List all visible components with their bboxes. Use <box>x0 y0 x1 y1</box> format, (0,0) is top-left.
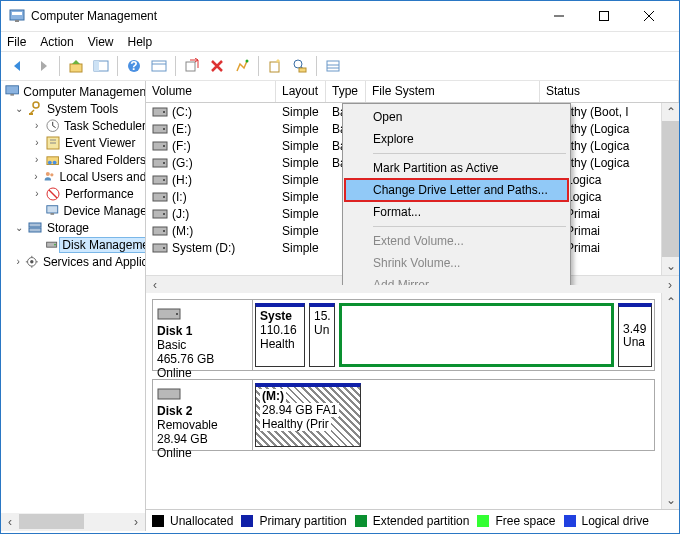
svg-rect-20 <box>327 61 339 71</box>
svg-rect-1 <box>12 12 22 15</box>
tree-storage[interactable]: ⌄Storage <box>3 219 145 236</box>
menu-item[interactable]: Mark Partition as Active <box>345 157 568 179</box>
list-vscroll[interactable]: ⌃⌄ <box>661 103 679 275</box>
tree-services[interactable]: ›Services and Applicati <box>3 253 145 270</box>
menu-item[interactable]: Change Drive Letter and Paths... <box>345 179 568 201</box>
expand-icon[interactable]: › <box>31 137 43 148</box>
volume-list[interactable]: (C:)SimpleBasicNTFSHealthy (Boot, I(E:)S… <box>146 103 661 285</box>
maximize-button[interactable] <box>581 2 626 30</box>
shared-folder-icon <box>45 152 60 168</box>
disk2-header: Disk 2 Removable 28.94 GB Online <box>153 380 253 450</box>
menu-item[interactable]: Open <box>345 106 568 128</box>
services-icon <box>25 254 39 270</box>
volume-name: System (D:) <box>172 241 235 255</box>
tree-disk-management[interactable]: Disk Management <box>3 236 145 253</box>
legend-primary: Primary partition <box>241 514 346 528</box>
clock-icon <box>45 118 60 134</box>
volume-name: (H:) <box>172 173 192 187</box>
col-status[interactable]: Status <box>540 81 679 102</box>
legend-unallocated: Unallocated <box>152 514 233 528</box>
back-button[interactable] <box>7 55 29 77</box>
menu-view[interactable]: View <box>88 35 114 49</box>
col-fs[interactable]: File System <box>366 81 540 102</box>
window-title: Computer Management <box>31 9 536 23</box>
svg-point-42 <box>54 244 56 246</box>
tree-task-scheduler[interactable]: ›Task Scheduler <box>3 117 145 134</box>
find-button[interactable] <box>289 55 311 77</box>
action-button[interactable] <box>231 55 253 77</box>
collapse-icon[interactable]: ⌄ <box>13 103 25 114</box>
menu-item[interactable]: Explore <box>345 128 568 150</box>
close-button[interactable] <box>626 2 671 30</box>
event-icon <box>45 135 61 151</box>
col-type[interactable]: Type <box>326 81 366 102</box>
drive-icon <box>152 190 168 204</box>
volume-layout: Simple <box>276 222 326 239</box>
expand-icon[interactable]: › <box>13 256 23 267</box>
expand-icon[interactable]: › <box>31 171 41 182</box>
svg-point-54 <box>163 179 165 181</box>
legend-free: Free space <box>477 514 555 528</box>
menu-action[interactable]: Action <box>40 35 73 49</box>
device-icon <box>45 203 60 219</box>
refresh-button[interactable] <box>181 55 203 77</box>
tree-systools[interactable]: ⌄ System Tools <box>3 100 145 117</box>
menu-item[interactable]: Format... <box>345 201 568 223</box>
delete-button[interactable] <box>206 55 228 77</box>
svg-point-48 <box>163 128 165 130</box>
users-icon <box>43 169 56 185</box>
volume-name: (C:) <box>172 105 192 119</box>
sidebar-hscroll[interactable]: ‹› <box>1 513 145 531</box>
up-button[interactable] <box>65 55 87 77</box>
disk-vscroll[interactable]: ⌃⌄ <box>661 293 679 509</box>
svg-rect-4 <box>599 12 608 21</box>
partition[interactable]: 15.Un <box>309 303 335 367</box>
partition-m[interactable]: (M:)28.94 GB FA1Healthy (Prir <box>255 383 361 447</box>
tree-device-manager[interactable]: Device Manager <box>3 202 145 219</box>
computer-icon <box>5 84 19 100</box>
tree-event-viewer[interactable]: ›Event Viewer <box>3 134 145 151</box>
svg-point-34 <box>50 173 53 176</box>
partition[interactable]: Syste110.16Health <box>255 303 305 367</box>
volume-list-header: Volume Layout Type File System Status <box>146 81 679 103</box>
svg-point-56 <box>163 196 165 198</box>
svg-rect-40 <box>29 228 41 232</box>
disk-icon <box>157 306 181 322</box>
menu-help[interactable]: Help <box>128 35 153 49</box>
svg-point-52 <box>163 162 165 164</box>
tree-performance[interactable]: ›Performance <box>3 185 145 202</box>
disk-icon <box>45 237 58 253</box>
tree-root[interactable]: Computer Management ( <box>3 83 145 100</box>
sidebar: Computer Management ( ⌄ System Tools ›Ta… <box>1 81 146 531</box>
col-layout[interactable]: Layout <box>276 81 326 102</box>
tools-icon <box>27 101 43 117</box>
drive-icon <box>152 224 168 238</box>
menu-file[interactable]: File <box>7 35 26 49</box>
help-button[interactable]: ? <box>123 55 145 77</box>
volume-layout: Simple <box>276 171 326 188</box>
col-volume[interactable]: Volume <box>146 81 276 102</box>
drive-icon <box>152 173 168 187</box>
svg-rect-19 <box>299 68 306 72</box>
expand-icon[interactable]: › <box>31 154 43 165</box>
svg-rect-38 <box>50 213 54 215</box>
properties-button[interactable] <box>148 55 170 77</box>
expand-icon[interactable]: › <box>31 188 43 199</box>
disk-row-1[interactable]: Disk 1 Basic 465.76 GB Online Syste110.1… <box>152 299 655 371</box>
show-hide-tree-button[interactable] <box>90 55 112 77</box>
disk1-header: Disk 1 Basic 465.76 GB Online <box>153 300 253 370</box>
collapse-icon[interactable]: ⌄ <box>13 222 25 233</box>
minimize-button[interactable] <box>536 2 581 30</box>
partition[interactable]: 3.49Una <box>618 303 652 367</box>
forward-button[interactable] <box>32 55 54 77</box>
new-button[interactable] <box>264 55 286 77</box>
extended-partition[interactable] <box>339 303 614 367</box>
tree-local-users[interactable]: ›Local Users and Gr <box>3 168 145 185</box>
toolbar: ? <box>1 51 679 81</box>
svg-rect-25 <box>29 113 33 115</box>
disk-row-2[interactable]: Disk 2 Removable 28.94 GB Online (M:)28.… <box>152 379 655 451</box>
tree-shared-folders[interactable]: ›Shared Folders <box>3 151 145 168</box>
menu-item: Extend Volume... <box>345 230 568 252</box>
expand-icon[interactable]: › <box>31 120 43 131</box>
list-button[interactable] <box>322 55 344 77</box>
